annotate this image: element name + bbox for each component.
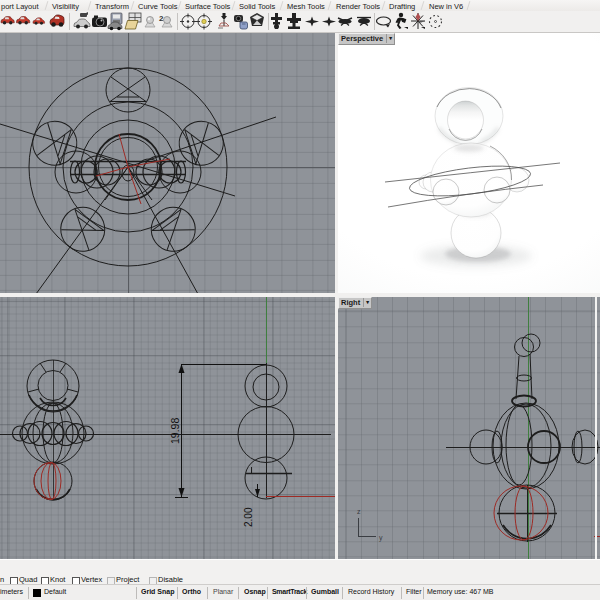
svg-text:2: 2	[159, 14, 164, 23]
svg-text:2.00: 2.00	[243, 507, 254, 527]
svg-text:19.98: 19.98	[169, 418, 181, 444]
svg-text:z: z	[357, 508, 361, 515]
svg-text:y: y	[379, 534, 383, 542]
